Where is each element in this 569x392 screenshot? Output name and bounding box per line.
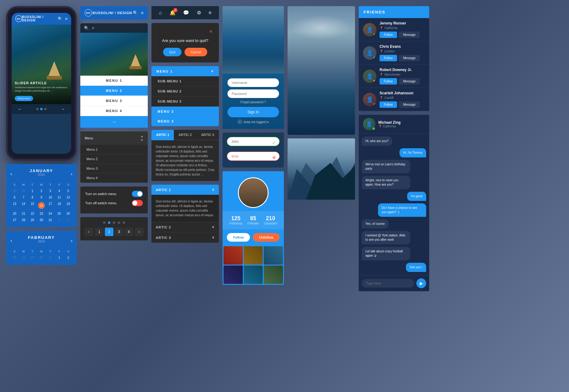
settings-icon[interactable]: ⚙ <box>197 10 201 16</box>
menu-item-2[interactable]: MENU 2 <box>151 107 219 116</box>
carousel-dot-5[interactable] <box>123 221 125 224</box>
article-tab-3[interactable]: ARTIC 3 <box>197 130 219 140</box>
dialog-close-icon[interactable]: ✕ <box>209 29 213 34</box>
cal-day[interactable]: 2 <box>64 255 72 261</box>
article-tab-1[interactable]: ARTIC 1 <box>151 130 174 140</box>
menu-item-3[interactable]: MENU 3 <box>151 116 219 126</box>
gallery-item-3[interactable] <box>264 246 283 265</box>
accordion-header-1[interactable]: ARTIC 1 ∧ <box>151 185 219 195</box>
cal-day[interactable]: 31 <box>46 217 55 223</box>
cal-day[interactable]: 25 <box>55 211 63 217</box>
cal-prev-jan[interactable]: ‹ <box>10 171 12 177</box>
unfollow-button[interactable]: Unfollow <box>253 233 279 242</box>
cal-day[interactable]: 2 <box>37 188 45 194</box>
cal-day[interactable]: 6 <box>10 194 19 200</box>
cal-day[interactable]: 21 <box>19 211 28 217</box>
cal-day[interactable]: 29 <box>28 217 36 223</box>
cal-day[interactable]: 13 <box>10 201 19 210</box>
next-arrow[interactable]: → <box>61 107 65 111</box>
cal-day[interactable]: 10 <box>46 194 55 200</box>
slide-dot-2[interactable] <box>40 108 43 110</box>
cal-day[interactable]: 2 <box>64 217 72 223</box>
error-input[interactable] <box>227 152 280 161</box>
cancel-button[interactable]: Cancel <box>185 48 207 56</box>
cal-day[interactable]: 11 <box>55 194 63 200</box>
cal-day[interactable]: 19 <box>64 201 72 210</box>
menu-icon[interactable]: ≡ <box>141 10 143 15</box>
nav-item-2[interactable]: MENU 2 <box>80 86 148 96</box>
cal-next-feb[interactable]: › <box>71 238 72 243</box>
cal-day[interactable]: 28 <box>19 217 28 223</box>
cal-day[interactable]: 5 <box>64 188 72 194</box>
nav-item-4[interactable]: MENU 4 <box>80 106 148 116</box>
cal-day[interactable]: 7 <box>19 194 28 200</box>
follow-robert-button[interactable]: Follow <box>380 78 397 85</box>
message-icon[interactable]: 💬 <box>183 10 189 16</box>
follow-profile-button[interactable]: Follow <box>227 233 250 242</box>
sub-menu-item-3[interactable]: SUB-MENU 3 <box>151 96 219 107</box>
cal-day[interactable]: 18 <box>55 201 63 210</box>
page-btn-4[interactable]: 4 <box>124 228 133 236</box>
gallery-item-6[interactable] <box>264 266 283 284</box>
prev-arrow[interactable]: ← <box>18 107 22 111</box>
cal-day[interactable]: 4 <box>55 188 63 194</box>
gallery-item-4[interactable] <box>223 266 243 284</box>
cal-day[interactable]: 9 <box>37 194 45 200</box>
switch-off-toggle[interactable] <box>132 200 143 206</box>
cal-day[interactable]: 23 <box>37 211 45 217</box>
message-robert-button[interactable]: Message <box>399 78 420 85</box>
cal-day[interactable]: 1 <box>28 188 36 194</box>
chat-send-button[interactable]: ▶ <box>416 278 426 288</box>
sub-menu-item-2[interactable]: SUB-MENU 2 <box>151 86 219 96</box>
cal-day[interactable]: 26 <box>64 211 72 217</box>
cal-day[interactable]: 31 <box>46 255 55 261</box>
gallery-item-1[interactable] <box>223 246 243 265</box>
read-more-button[interactable]: Read more <box>15 96 33 101</box>
cal-day[interactable]: 22 <box>28 211 36 217</box>
page-btn-3[interactable]: 3 <box>115 228 123 236</box>
cal-day[interactable]: 17 <box>46 201 55 210</box>
username-input[interactable] <box>227 78 279 87</box>
dropdown-list-toggle[interactable]: ▲ ▼ <box>140 134 143 142</box>
search-icon[interactable]: 🔍 <box>133 10 138 15</box>
cal-next-jan[interactable]: › <box>71 171 72 177</box>
cal-day[interactable]: 27 <box>10 217 19 223</box>
cal-day[interactable]: 28 <box>19 255 28 261</box>
message-jeremy-button[interactable]: Message <box>399 32 420 38</box>
cal-day[interactable]: 31 <box>19 188 28 194</box>
keep-logged-checkbox[interactable] <box>238 120 242 124</box>
accordion-header-2[interactable]: ARTIC 2 ∨ <box>151 222 219 232</box>
carousel-dot-1[interactable] <box>103 221 105 224</box>
page-btn-2[interactable]: 2 <box>105 228 113 236</box>
password-input[interactable] <box>227 89 279 98</box>
forget-password-link[interactable]: Forget password ? <box>227 100 279 104</box>
article-tab-2[interactable]: ARTIC 2 <box>174 130 196 140</box>
cal-day[interactable]: 14 <box>19 201 28 210</box>
gallery-item-5[interactable] <box>244 266 263 284</box>
slide-dot-3[interactable] <box>44 108 47 110</box>
switch-on-toggle[interactable] <box>132 191 143 197</box>
phone-menu-icon[interactable]: ≡ <box>65 17 67 21</box>
success-input[interactable] <box>227 137 280 146</box>
cal-day[interactable]: 24 <box>46 211 55 217</box>
dropdown-item-1[interactable]: Menu 1 <box>80 145 148 154</box>
cal-day[interactable]: 8 <box>28 194 36 200</box>
cal-day[interactable]: 30 <box>10 188 19 194</box>
quit-button[interactable]: Quit <box>163 48 181 56</box>
slide-dot-1[interactable] <box>36 108 39 110</box>
nav-item-1[interactable]: MENU 1 <box>80 76 148 86</box>
dropdown-item-2[interactable]: Menu 2 <box>80 154 148 164</box>
carousel-dot-4[interactable] <box>118 221 120 224</box>
cal-prev-feb[interactable]: ‹ <box>10 238 12 243</box>
cal-day[interactable]: 15 <box>28 201 36 210</box>
accordion-header-3[interactable]: ARTIC 3 ∨ <box>151 232 219 243</box>
message-chris-button[interactable]: Message <box>399 55 420 61</box>
dropdown-header[interactable]: MENU 1 ∨ <box>151 66 219 76</box>
cal-day[interactable]: 1 <box>55 255 63 261</box>
cal-day[interactable]: 30 <box>37 255 45 261</box>
nav-search-icon[interactable]: 🔍 <box>84 26 89 30</box>
dropdown-item-3[interactable]: Menu 3 <box>80 164 148 173</box>
nav-menu-arrow[interactable]: → <box>80 116 148 128</box>
page-next-btn[interactable]: › <box>135 228 143 236</box>
nav-list-icon[interactable]: ≡ <box>92 26 94 30</box>
